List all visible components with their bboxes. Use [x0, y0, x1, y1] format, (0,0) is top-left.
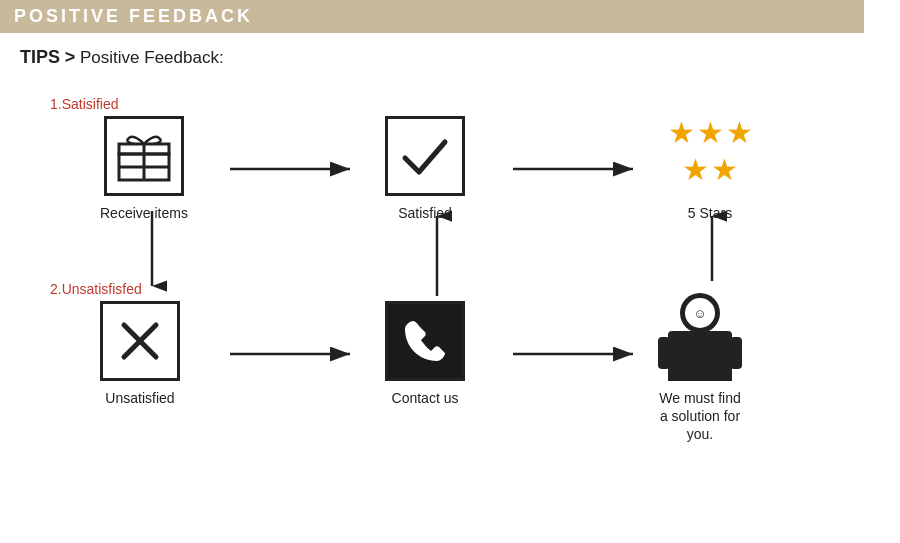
gift-icon — [114, 126, 174, 186]
face-emoji: ☺ — [693, 306, 706, 321]
unsatisfied-label: 2.Unsatisfisfed — [50, 281, 142, 297]
unsatisfied-box — [100, 301, 180, 381]
satisfied-label: 1.Satisified — [50, 96, 118, 112]
unsatisfied-label-node: Unsatisfied — [105, 389, 174, 407]
person-body — [668, 331, 732, 381]
stars-container: ★ ★ ★ ★ ★ — [660, 106, 760, 196]
person-face: ☺ — [685, 298, 715, 328]
star-2: ★ — [697, 115, 724, 150]
stars-group: ★ ★ ★ ★ ★ — [667, 114, 754, 188]
star-3: ★ — [726, 115, 753, 150]
header-title: POSITIVE FEEDBACK — [14, 6, 253, 27]
receive-items-box — [104, 116, 184, 196]
five-stars-node: ★ ★ ★ ★ ★ 5 Stars — [660, 106, 760, 222]
solution-node: ☺ We must find a solution for you. — [650, 281, 750, 444]
header-banner: POSITIVE FEEDBACK — [0, 0, 900, 33]
contact-us-box — [385, 301, 465, 381]
star-5: ★ — [711, 152, 738, 187]
flow-diagram: 1.Satisified 2.Unsatisfisfed — [30, 86, 870, 486]
stars-row-top: ★ ★ ★ — [667, 114, 754, 151]
unsatisfied-node: Unsatisfied — [100, 301, 180, 407]
person-head: ☺ — [680, 293, 720, 333]
arrow-contact-to-solution — [508, 339, 648, 369]
star-1: ★ — [668, 115, 695, 150]
right-arm — [730, 337, 742, 369]
stars-row-bottom: ★ ★ — [681, 151, 739, 188]
phone-icon — [395, 311, 455, 371]
left-arm — [658, 337, 670, 369]
arrow-receive-to-unsatisfied — [137, 206, 167, 296]
contact-us-label: Contact us — [392, 389, 459, 407]
sub-heading: TIPS > Positive Feedback: — [0, 33, 900, 76]
arrow-receive-to-satisfied — [225, 154, 365, 184]
content-area: 1.Satisified 2.Unsatisfisfed — [0, 76, 900, 496]
page-wrapper: POSITIVE FEEDBACK TIPS > Positive Feedba… — [0, 0, 900, 543]
person-figure: ☺ — [650, 281, 750, 381]
contact-us-node: Contact us — [385, 301, 465, 407]
star-4: ★ — [682, 152, 709, 187]
arrow-contact-to-satisfied — [422, 206, 452, 301]
arrow-solution-to-stars — [697, 206, 727, 286]
tips-text: Positive Feedback: — [80, 48, 224, 67]
arrow-satisfied-to-stars — [508, 154, 648, 184]
x-icon — [110, 311, 170, 371]
check-icon — [395, 126, 455, 186]
solution-label: We must find a solution for you. — [659, 389, 740, 444]
satisfied-box — [385, 116, 465, 196]
arrow-unsatisfied-to-contact — [225, 339, 365, 369]
tips-arrow: > — [65, 47, 76, 67]
tips-label: TIPS — [20, 47, 60, 67]
